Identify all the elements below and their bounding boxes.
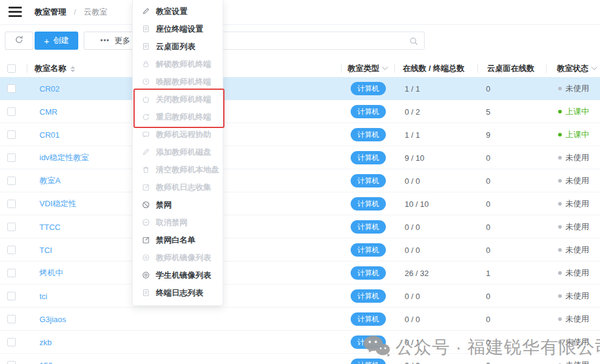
- row-checkbox[interactable]: [7, 338, 16, 346]
- menu-item-classroom-settings[interactable]: 教室设置: [133, 2, 223, 20]
- classroom-type-badge: 计算机: [351, 266, 386, 280]
- row-checkbox[interactable]: [7, 315, 16, 323]
- hamburger-menu-icon[interactable]: [8, 7, 22, 17]
- classroom-name-link[interactable]: TTCC: [39, 222, 61, 231]
- classroom-name-link[interactable]: CR01: [39, 130, 59, 139]
- classroom-management-app: 教室管理 / 云教室 + 创建 ••• 更多 教室名称: [0, 0, 600, 364]
- menu-item-terminal-log-list[interactable]: 终端日志列表: [133, 284, 223, 302]
- status-label: 未使用: [565, 221, 589, 232]
- menu-item-cloud-desktop-list[interactable]: 云桌面列表: [133, 38, 223, 55]
- status-label: 未使用: [565, 291, 589, 302]
- menu-item-network-ban[interactable]: 禁网: [133, 196, 223, 214]
- classroom-name-link[interactable]: 教室A: [39, 175, 61, 186]
- row-checkbox[interactable]: [7, 130, 16, 139]
- ban-circle-icon: [141, 218, 150, 227]
- table-row[interactable]: TCI 计算机 0 / 0 0 未使用: [0, 238, 600, 261]
- sort-toggle[interactable]: [70, 66, 75, 72]
- status-label: 上课中: [565, 129, 589, 140]
- status-dot-icon: [558, 179, 562, 183]
- create-button[interactable]: + 创建: [35, 32, 78, 50]
- classroom-name-link[interactable]: idv稳定性教室: [39, 152, 89, 163]
- menu-item-label: 教师机远程协助: [156, 129, 211, 140]
- status-badge: 未使用: [558, 175, 589, 186]
- classroom-name-link[interactable]: 烤机中: [39, 268, 63, 278]
- status-badge: 未使用: [558, 198, 589, 209]
- menu-item-label: 教室设置: [156, 6, 187, 17]
- row-checkbox[interactable]: [7, 269, 16, 277]
- more-button-label: 更多: [115, 35, 130, 46]
- menu-item-restart-teacher-terminal: 重启教师机终端: [133, 108, 223, 126]
- table-row[interactable]: CR01 计算机 1 / 1 9 上课中: [0, 123, 600, 146]
- row-checkbox[interactable]: [7, 292, 16, 300]
- menu-item-network-whitelist[interactable]: 禁网白名单: [133, 231, 223, 249]
- menu-item-teacher-mirror-list: 教师机镜像列表: [133, 249, 223, 266]
- menu-item-student-mirror-list[interactable]: 学生机镜像列表: [133, 266, 223, 284]
- classroom-type-badge: 计算机: [351, 220, 386, 234]
- document-icon: [141, 289, 150, 297]
- menu-item-shutdown-teacher-terminal: 关闭教师机终端: [133, 90, 223, 108]
- header-divider: [477, 64, 478, 73]
- classroom-name-link[interactable]: tci: [39, 291, 47, 300]
- menu-item-teacher-remote-assist: 教师机远程协助: [133, 126, 223, 143]
- status-dot-icon: [558, 271, 562, 275]
- status-badge: 上课中: [558, 106, 589, 117]
- menu-item-seat-terminal-settings[interactable]: 座位终端设置: [133, 20, 223, 38]
- classroom-name-link[interactable]: 150: [39, 360, 53, 364]
- classroom-type-badge: 计算机: [351, 243, 386, 257]
- classroom-name-link[interactable]: zkb: [39, 337, 52, 346]
- classroom-name-link[interactable]: VDI稳定性: [39, 198, 76, 209]
- refresh-button[interactable]: [5, 32, 33, 50]
- row-checkbox[interactable]: [7, 107, 16, 116]
- table-row[interactable]: TTCC 计算机 0 / 0 0 未使用: [0, 215, 600, 238]
- menu-item-cancel-network-ban: 取消禁网: [133, 214, 223, 231]
- status-badge: 未使用: [558, 221, 589, 232]
- table-row[interactable]: G3jiaos 计算机 0 / 0 0 未使用: [0, 308, 600, 331]
- select-all-checkbox[interactable]: [7, 64, 16, 73]
- header-divider: [394, 64, 395, 73]
- online-count: 10 / 10: [405, 199, 429, 208]
- plus-icon: +: [44, 36, 50, 46]
- table-row[interactable]: zkb 计算机 0 / 1 0 未使用: [0, 331, 600, 354]
- row-checkbox[interactable]: [7, 223, 16, 231]
- menu-item-label: 关闭教师机终端: [156, 94, 211, 105]
- clock-icon: [141, 78, 150, 86]
- table-row[interactable]: 教室A 计算机 0 / 0 0 未使用: [0, 169, 600, 192]
- status-dot-icon: [558, 317, 562, 321]
- menu-item-wake-teacher-terminal: 唤醒教师机终端: [133, 73, 223, 90]
- table-row[interactable]: tci 计算机 0 / 0 0 未使用: [0, 285, 600, 308]
- create-button-label: 创建: [53, 35, 69, 46]
- table-row[interactable]: CR02 计算机 1 / 1 0 未使用: [0, 77, 600, 100]
- table-row[interactable]: idv稳定性教室 计算机 9 / 10 0 未使用: [0, 146, 600, 169]
- classroom-name-link[interactable]: G3jiaos: [39, 314, 66, 323]
- status-label: 未使用: [565, 337, 589, 348]
- disk-icon: [141, 148, 150, 157]
- menu-item-label: 禁网: [156, 200, 172, 211]
- row-checkbox[interactable]: [7, 177, 16, 185]
- status-label: 未使用: [565, 244, 589, 255]
- classroom-type-badge: 计算机: [351, 312, 386, 326]
- cloud-desktop-count: 0: [486, 222, 490, 231]
- pencil-icon: [141, 7, 150, 16]
- status-label: 未使用: [565, 360, 589, 364]
- online-count: 0 / 0: [405, 222, 420, 231]
- status-dot-icon: [558, 110, 562, 113]
- table-row[interactable]: VDI稳定性 计算机 10 / 10 0 未使用: [0, 192, 600, 215]
- row-checkbox[interactable]: [7, 246, 16, 254]
- table-row[interactable]: 烤机中 计算机 26 / 32 1 未使用: [0, 261, 600, 285]
- status-dot-icon: [558, 87, 562, 90]
- classroom-name-link[interactable]: CMR: [39, 107, 58, 116]
- breadcrumb-root[interactable]: 教室管理: [35, 7, 66, 16]
- classroom-name-link[interactable]: TCI: [39, 245, 52, 254]
- column-header-type[interactable]: 教室类型: [348, 60, 387, 77]
- row-checkbox[interactable]: [7, 153, 16, 162]
- table-row[interactable]: 150 计算机 0 / 0 0 未使用: [0, 354, 600, 364]
- row-checkbox[interactable]: [7, 200, 16, 208]
- lock-icon: [141, 60, 150, 69]
- table-row[interactable]: CMR 计算机 0 / 2 5 上课中: [0, 100, 600, 123]
- row-checkbox[interactable]: [7, 84, 16, 93]
- row-checkbox[interactable]: [7, 361, 16, 364]
- online-count: 1 / 1: [405, 130, 420, 139]
- column-header-status[interactable]: 教室状态: [557, 60, 596, 77]
- classroom-name-link[interactable]: CR02: [39, 84, 59, 93]
- classroom-type-badge: 计算机: [351, 197, 386, 211]
